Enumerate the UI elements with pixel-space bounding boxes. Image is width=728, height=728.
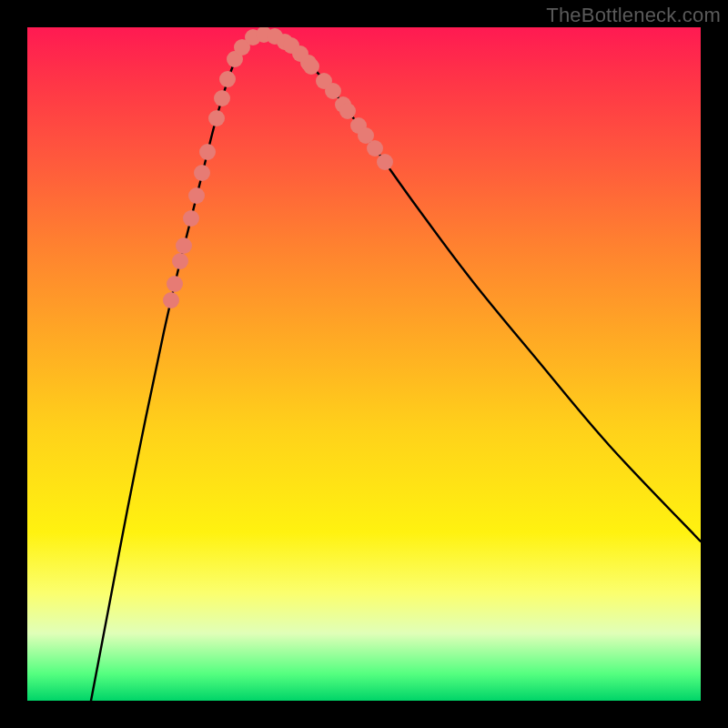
data-point [316,73,332,89]
data-point [350,117,367,134]
data-point [219,71,236,87]
data-point [194,165,210,181]
data-point [358,127,374,144]
highlighted-points [163,27,393,308]
data-point [300,55,317,71]
watermark-text: TheBottleneck.com [546,4,721,27]
data-point [172,253,188,269]
curve-svg [27,27,701,701]
data-point [183,210,199,227]
data-point [283,37,299,54]
data-point [303,58,319,75]
data-point [214,90,230,106]
data-point [188,187,205,204]
data-point [325,83,341,99]
plot-area [27,27,701,701]
data-point [234,39,250,56]
data-point [163,292,179,308]
data-point [335,96,351,113]
data-point [227,51,243,67]
chart-stage: TheBottleneck.com [0,0,728,728]
data-point [277,34,293,50]
data-point [208,110,225,126]
data-point [367,140,383,157]
bottleneck-curve [91,34,701,701]
data-point [176,238,192,254]
data-point [256,27,272,43]
data-point [292,46,308,62]
data-point [267,28,283,45]
data-point [199,144,216,160]
data-point [167,276,183,292]
data-point [245,29,261,46]
data-point [377,154,393,170]
data-point [339,103,356,119]
